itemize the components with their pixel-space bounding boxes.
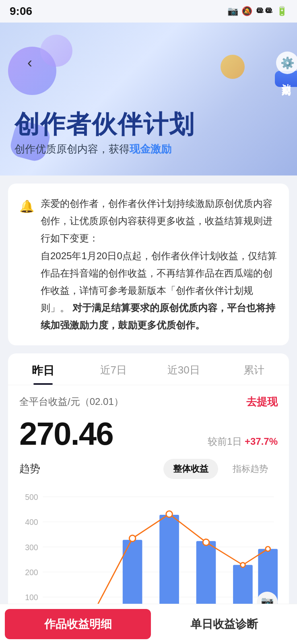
- revenue-header: 全平台收益/元（02.01） 去提现: [8, 385, 289, 412]
- tabs-row: 昨日 近7日 近30日 累计: [8, 353, 289, 385]
- svg-text:100: 100: [25, 593, 38, 602]
- notice-text-bold: 对于满足结算要求的原创优质内容，平台也将持续加强激励力度，鼓励更多优质创作。: [41, 302, 275, 330]
- toggle-indicator[interactable]: 指标趋势: [223, 459, 278, 479]
- notice-text-part1: 亲爱的创作者，创作者伙伴计划持续激励原创优质内容创作，让优质原创内容获得更多收益…: [41, 198, 277, 313]
- svg-point-17: [241, 562, 245, 567]
- toggle-overall[interactable]: 整体收益: [163, 459, 218, 479]
- notification-icon: 📷: [227, 6, 238, 17]
- revenue-change: +37.7%: [245, 436, 278, 447]
- svg-text:300: 300: [25, 543, 38, 551]
- compare-label: 较前1日: [208, 436, 242, 447]
- back-button[interactable]: ‹: [27, 56, 32, 70]
- status-icons: 📷 🔕 ᪤᪤ 🔋: [227, 6, 287, 17]
- tab-cumulative[interactable]: 累计: [219, 353, 289, 385]
- svg-point-14: [129, 535, 136, 541]
- status-time: 9:06: [10, 5, 32, 18]
- bar-129: [159, 515, 179, 610]
- chart-toggle: 整体收益 指标趋势: [163, 459, 278, 479]
- works-revenue-detail-button[interactable]: 作品收益明细: [5, 609, 151, 639]
- stats-card: 昨日 近7日 近30日 累计 全平台收益/元（02.01） 去提现 270.46…: [8, 353, 289, 643]
- svg-text:200: 200: [25, 568, 38, 576]
- notice-text: 亲爱的创作者，创作者伙伴计划持续激励原创优质内容创作，让优质原创内容获得更多收益…: [41, 195, 278, 334]
- withdraw-button[interactable]: 去提现: [246, 395, 278, 409]
- bar-130: [196, 541, 216, 610]
- status-bar: 9:06 📷 🔕 ᪤᪤ 🔋: [0, 0, 297, 23]
- tab-30days[interactable]: 近30日: [148, 353, 219, 385]
- revenue-compare: 较前1日 +37.7%: [208, 435, 278, 448]
- chart-header: 趋势 整体收益 指标趋势: [19, 459, 278, 479]
- svg-point-15: [166, 511, 173, 517]
- chart-title: 趋势: [19, 462, 40, 476]
- revenue-label: 全平台收益/元（02.01）: [19, 395, 124, 408]
- revenue-main: 270.46 较前1日 +37.7%: [8, 412, 289, 459]
- top-nav: ‹ ⚙️: [14, 45, 297, 80]
- svg-point-18: [266, 546, 270, 551]
- settings-button[interactable]: ⚙️: [276, 52, 297, 74]
- bell-icon: 🔔: [19, 196, 34, 334]
- hero-banner: ‹ ⚙️ 创作者伙伴计划 创作优质原创内容，获得现金激励 计划规则: [0, 23, 297, 175]
- signal-icon: 🔕: [241, 6, 252, 17]
- revenue-amount: 270.46: [19, 415, 113, 452]
- bottom-bar: 作品收益明细 单日收益诊断: [0, 604, 297, 644]
- tab-yesterday[interactable]: 昨日: [8, 353, 78, 385]
- wifi-icon: ᪤᪤: [256, 6, 273, 17]
- battery-icon: 🔋: [276, 6, 287, 17]
- gear-icon: ⚙️: [280, 56, 295, 70]
- hero-subtitle-prefix: 创作优质原创内容，获得: [14, 143, 130, 155]
- hero-title: 创作者伙伴计划: [14, 111, 195, 138]
- svg-text:500: 500: [25, 493, 38, 502]
- svg-text:400: 400: [25, 518, 38, 526]
- tab-7days[interactable]: 近7日: [78, 353, 149, 385]
- svg-point-16: [203, 539, 209, 545]
- notice-card: 🔔 亲爱的创作者，创作者伙伴计划持续激励原创优质内容创作，让优质原创内容获得更多…: [8, 184, 289, 345]
- daily-revenue-diagnosis-button[interactable]: 单日收益诊断: [151, 604, 297, 644]
- hero-subtitle: 创作优质原创内容，获得现金激励: [14, 142, 195, 156]
- hero-subtitle-highlight: 现金激励: [130, 143, 171, 155]
